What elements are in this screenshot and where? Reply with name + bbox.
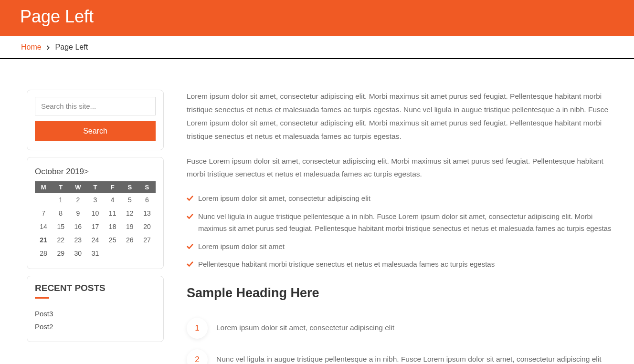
calendar-dow: M [35, 181, 52, 193]
calendar-day[interactable]: 8 [52, 207, 69, 220]
calendar-day[interactable]: 16 [69, 220, 86, 233]
calendar-day[interactable]: 25 [104, 233, 121, 247]
check-list-item: Lorem ipsum dolor sit amet, consectetur … [187, 192, 613, 205]
breadcrumb-current: Page Left [55, 43, 88, 51]
calendar-day[interactable]: 14 [35, 220, 52, 233]
calendar-day[interactable]: 31 [86, 247, 104, 260]
calendar-day[interactable]: 7 [35, 207, 52, 220]
calendar-day[interactable]: 10 [86, 207, 104, 220]
number-circle: 2 [187, 349, 208, 364]
check-icon [187, 241, 193, 254]
calendar-day [35, 193, 52, 207]
calendar-day[interactable]: 2 [69, 193, 86, 207]
calendar-day[interactable]: 21 [35, 233, 52, 247]
calendar-day[interactable]: 3 [86, 193, 104, 207]
calendar-day[interactable]: 17 [86, 220, 104, 233]
calendar-day[interactable]: 4 [104, 193, 121, 207]
calendar-day[interactable]: 22 [52, 233, 69, 247]
numbered-list-item: 2Nunc vel ligula in augue tristique pell… [187, 349, 613, 364]
check-list-item: Nunc vel ligula in augue tristique pelle… [187, 210, 613, 235]
calendar-day[interactable]: 9 [69, 207, 86, 220]
sample-heading: Sample Heading Here [187, 286, 613, 301]
calendar-day[interactable]: 5 [121, 193, 138, 207]
recent-posts-widget: RECENT POSTS Post3Post2 [27, 276, 164, 342]
calendar-day[interactable]: 20 [138, 220, 156, 233]
numbered-item-text: Nunc vel ligula in augue tristique pelle… [216, 354, 601, 364]
breadcrumb-home-link[interactable]: Home [21, 43, 42, 51]
calendar-day [104, 247, 121, 260]
calendar-dow: S [138, 181, 156, 193]
header-band: Page Left [0, 0, 634, 36]
check-icon [187, 259, 193, 271]
calendar-day[interactable]: 1 [52, 193, 69, 207]
page-title: Page Left [20, 7, 614, 27]
calendar-day[interactable]: 26 [121, 233, 138, 247]
calendar-day[interactable]: 29 [52, 247, 69, 260]
check-item-text: Nunc vel ligula in augue tristique pelle… [198, 212, 611, 233]
calendar-table: MTWTFSS 12345678910111213141516171819202… [35, 181, 156, 260]
recent-post-link[interactable]: Post3 [35, 307, 156, 320]
calendar-day[interactable]: 6 [138, 193, 156, 207]
calendar-day[interactable]: 27 [138, 233, 156, 247]
number-circle: 1 [187, 318, 208, 339]
check-item-text: Lorem ipsum dolor sit amet, consectetur … [198, 194, 370, 202]
check-list: Lorem ipsum dolor sit amet, consectetur … [187, 192, 613, 270]
title-underline [35, 297, 49, 299]
numbered-item-text: Lorem ipsum dolor sit amet, consectetur … [216, 322, 394, 334]
intro-paragraph-2: Fusce Lorem ipsum dolor sit amet, consec… [187, 155, 613, 181]
calendar-day[interactable]: 13 [138, 207, 156, 220]
calendar-day [121, 247, 138, 260]
calendar-day[interactable]: 28 [35, 247, 52, 260]
calendar-day [138, 247, 156, 260]
calendar-day[interactable]: 30 [69, 247, 86, 260]
recent-post-link[interactable]: Post2 [35, 320, 156, 333]
calendar-caption: October 2019> [35, 164, 156, 181]
recent-posts-title: RECENT POSTS [35, 283, 156, 293]
numbered-list: 1Lorem ipsum dolor sit amet, consectetur… [187, 318, 613, 364]
calendar-day[interactable]: 15 [52, 220, 69, 233]
check-item-text: Lorem ipsum dolor sit amet [198, 242, 285, 250]
intro-paragraph-1: Lorem ipsum dolor sit amet, consectetur … [187, 90, 613, 143]
calendar-widget: October 2019> MTWTFSS 123456789101112131… [27, 157, 164, 269]
calendar-dow: T [52, 181, 69, 193]
calendar-dow: S [121, 181, 138, 193]
chevron-right-icon [46, 44, 50, 52]
check-list-item: Pellentesque habitant morbi tristique se… [187, 258, 613, 270]
check-list-item: Lorem ipsum dolor sit amet [187, 240, 613, 253]
check-item-text: Pellentesque habitant morbi tristique se… [198, 260, 495, 268]
calendar-day[interactable]: 23 [69, 233, 86, 247]
check-icon [187, 211, 193, 224]
calendar-day[interactable]: 18 [104, 220, 121, 233]
sidebar: Search October 2019> MTWTFSS 12345678910… [27, 90, 164, 364]
main-content: Lorem ipsum dolor sit amet, consectetur … [187, 90, 613, 364]
calendar-day[interactable]: 12 [121, 207, 138, 220]
calendar-day[interactable]: 19 [121, 220, 138, 233]
calendar-dow: F [104, 181, 121, 193]
numbered-list-item: 1Lorem ipsum dolor sit amet, consectetur… [187, 318, 613, 339]
search-input[interactable] [35, 97, 156, 115]
calendar-day[interactable]: 24 [86, 233, 104, 247]
breadcrumb: Home Page Left [0, 36, 634, 59]
calendar-dow: W [69, 181, 86, 193]
check-icon [187, 193, 193, 206]
calendar-dow: T [86, 181, 104, 193]
search-widget: Search [27, 90, 164, 150]
calendar-day[interactable]: 11 [104, 207, 121, 220]
search-button[interactable]: Search [35, 121, 156, 141]
